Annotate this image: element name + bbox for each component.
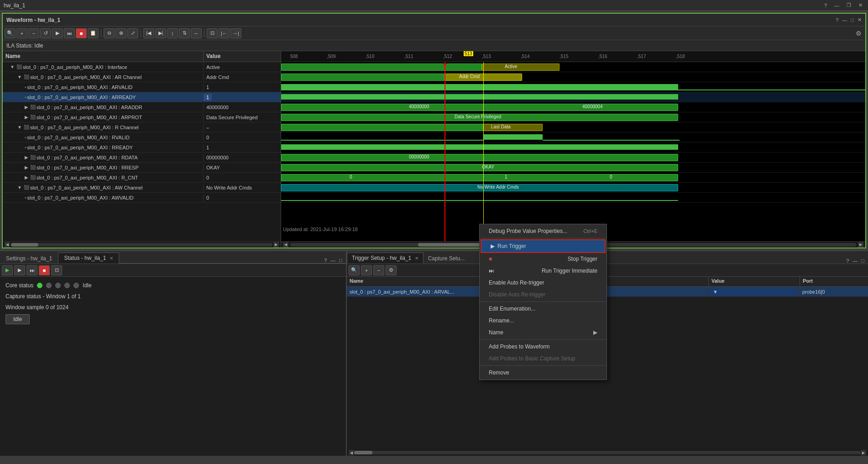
waveform-minimize-btn[interactable]: — [842,17,847,23]
waveform-maximize-btn[interactable]: □ [851,17,854,23]
tab-settings[interactable]: Settings - hw_ila_1 [0,253,58,264]
tab-status[interactable]: Status - hw_ila_1 ✕ [58,253,119,264]
settings-run-btn[interactable]: ▶ [14,265,25,275]
trigger-scroll-left[interactable]: ◀ [349,450,354,455]
wave-row-2[interactable]: ▪ slot_0 : ps7_0_axi_periph_M00_AXI : AR… [3,82,281,92]
help-btn[interactable]: ? [822,3,829,8]
fit-btn[interactable]: ⤢ [127,28,138,38]
trigger-help-btn[interactable]: ? [846,258,849,264]
idle-button[interactable]: Idle [5,314,30,324]
settings-max-btn[interactable]: □ [339,258,342,263]
trigger-remove-btn[interactable]: − [373,265,384,275]
search-btn[interactable]: 🔍 [5,28,16,38]
ctx-run-trigger[interactable]: ▶ Run Trigger [481,239,606,253]
trigger-scroll-right[interactable]: ▶ [861,450,866,455]
capture-btn[interactable]: 📋 [88,28,99,38]
gear-btn[interactable]: ⚙ [853,28,863,38]
trigger-row-0[interactable]: slot_0 : ps7_0_axi_periph_M00_AXI : ARVA… [347,287,868,297]
capture2-btn[interactable]: ⊡ [207,28,218,38]
trigger-scroll-thumb[interactable] [354,451,372,454]
settings-help-btn[interactable]: ? [324,258,327,263]
trigger-scrollbar[interactable]: ◀ ▶ [347,449,868,456]
wave-row-0[interactable]: ▼ ⬛ slot_0 : ps7_0_axi_periph_M00_AXI : … [3,62,281,72]
toggle2-btn[interactable]: ⇅ [179,28,190,38]
prev-mark-btn[interactable]: |◀ [143,28,154,38]
refresh-btn[interactable]: ↺ [40,28,51,38]
expand-tri-1[interactable]: ▼ [17,74,22,79]
ctx-stop-trigger[interactable]: ■ Stop Trigger [480,253,607,265]
wave-row-8[interactable]: ▪ slot_0 : ps7_0_axi_periph_M00_AXI : RR… [3,142,281,153]
toggle1-btn[interactable]: ↕ [167,28,178,38]
wave-row-3[interactable]: ▪ slot_0 : ps7_0_axi_periph_M00_AXI : AR… [3,92,281,102]
next2-btn[interactable]: →| [230,28,241,38]
maximize-btn[interactable]: ❐ [845,2,853,8]
ctx-add-probes-waveform[interactable]: Add Probes to Waveform [480,341,607,353]
expand-tri-4[interactable]: ▶ [25,105,28,110]
scroll-left-btn[interactable]: ◀ [5,242,10,248]
zoom-plus-btn[interactable]: ⊕ [115,28,126,38]
ctx-run-trigger-immediate[interactable]: ⏭ Run Trigger Immediate [480,265,607,277]
trigger-value-dropdown[interactable]: ▼ [711,288,796,295]
stop-btn[interactable]: ■ [76,28,87,38]
ctx-rename[interactable]: Rename... [480,315,607,327]
wave-left-scrollbar[interactable]: ◀ ▶ [3,241,281,248]
trigger-row-value-0[interactable]: ▼ [708,287,800,296]
wave-scroll-left[interactable]: ◀ [283,242,288,248]
trigger-min-btn[interactable]: — [852,258,858,264]
tm-512: ,512 [443,54,452,59]
play-btn[interactable]: ▶ [52,28,63,38]
wave-row-4[interactable]: ▶ ⬛ slot_0 : ps7_0_axi_periph_M00_AXI : … [3,102,281,112]
wave-row-11[interactable]: ▶ ⬛ slot_0 : ps7_0_axi_periph_M00_AXI : … [3,173,281,183]
waveform-help-btn[interactable]: ? [836,17,838,23]
ctx-debug-probe-properties[interactable]: Debug Probe Value Properties... Ctrl+E [480,225,607,237]
scroll-track-h[interactable] [11,243,272,247]
tab-status-close[interactable]: ✕ [110,256,113,261]
next-mark-btn[interactable]: ▶| [155,28,166,38]
tab-capture-setup[interactable]: Capture Setu... [424,253,470,264]
settings-fwd-btn[interactable]: ⏭ [26,265,37,275]
wave-row-13[interactable]: ▪ slot_0 : ps7_0_axi_periph_M00_AXI : AW… [3,193,281,203]
zoom-in-btn[interactable]: + [16,28,27,38]
expand-tri-5[interactable]: ▶ [25,115,28,120]
trigger-search-btn[interactable]: 🔍 [349,265,360,275]
zoom-minus-btn[interactable]: ⊖ [104,28,115,38]
expand-tri-12[interactable]: ▼ [17,185,22,190]
toggle3-btn[interactable]: ↔ [191,28,202,38]
expand-tri-0[interactable]: ▼ [10,64,15,69]
wave-row-6[interactable]: ▼ ⬛ slot_0 : ps7_0_axi_periph_M00_AXI : … [3,122,281,132]
expand-tri-6[interactable]: ▼ [17,125,22,130]
ctx-sep-2 [480,301,607,302]
expand-tri-9[interactable]: ▶ [25,155,28,160]
scroll-right-btn[interactable]: ▶ [273,242,279,248]
expand-tri-10[interactable]: ▶ [25,165,28,170]
waveform-close-btn[interactable]: ✕ [858,17,862,23]
ctx-enable-auto-retrigger[interactable]: Enable Auto Re-trigger [480,277,607,289]
settings-play-btn[interactable]: ▶ [2,265,13,275]
fast-fwd-btn[interactable]: ⏭ [64,28,75,38]
settings-extra-btn[interactable]: ⊡ [51,265,62,275]
wave-row-12[interactable]: ▼ ⬛ slot_0 : ps7_0_axi_periph_M00_AXI : … [3,183,281,193]
ctx-remove[interactable]: Remove [480,367,607,379]
close-btn[interactable]: ✕ [857,2,864,8]
minimize-btn[interactable]: — [832,3,841,8]
wave-row-10[interactable]: ▶ ⬛ slot_0 : ps7_0_axi_periph_M00_AXI : … [3,163,281,173]
wave-row-1[interactable]: ▼ ⬛ slot_0 : ps7_0_axi_periph_M00_AXI : … [3,72,281,82]
wave-scroll-right[interactable]: ▶ [858,242,863,248]
trigger-config-btn[interactable]: ⚙ [386,265,397,275]
ctx-run-imm-label: Run Trigger Immediate [542,268,597,274]
expand-tri-11[interactable]: ▶ [25,175,28,180]
trigger-scroll-track[interactable] [354,451,861,454]
tab-trigger-setup[interactable]: Trigger Setup - hw_ila_1 ✕ [347,253,424,264]
settings-stop-btn[interactable]: ■ [39,265,50,275]
tab-trigger-close[interactable]: ✕ [415,256,418,261]
trigger-max-btn[interactable]: □ [861,258,864,264]
ctx-name-submenu[interactable]: Name ▶ [480,327,607,338]
settings-min-btn[interactable]: — [330,258,335,263]
wave-row-5[interactable]: ▶ ⬛ slot_0 : ps7_0_axi_periph_M00_AXI : … [3,112,281,122]
ctx-edit-enumeration[interactable]: Edit Enumeration... [480,303,607,315]
wave-row-7[interactable]: ▪ slot_0 : ps7_0_axi_periph_M00_AXI : RV… [3,132,281,142]
trigger-add-btn[interactable]: + [361,265,372,275]
prev2-btn[interactable]: |← [219,28,230,38]
zoom-out-btn[interactable]: − [28,28,39,38]
wave-row-9[interactable]: ▶ ⬛ slot_0 : ps7_0_axi_periph_M00_AXI : … [3,153,281,163]
